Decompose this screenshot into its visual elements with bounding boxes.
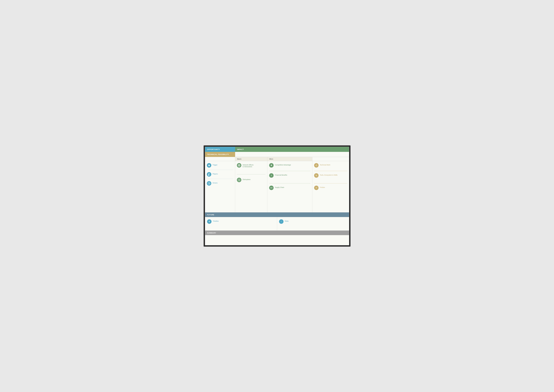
network-effects-label: Network Effects& Interactions xyxy=(243,163,254,168)
macro-column: Network Effects& Interactions Distruptee… xyxy=(235,161,267,212)
subheader-empty-opportunity xyxy=(205,157,235,161)
subheader-row: Macro Micro xyxy=(205,157,349,161)
svg-point-16 xyxy=(317,176,317,176)
subheader-macro: Macro xyxy=(235,157,267,161)
svg-point-15 xyxy=(316,175,316,175)
competitive-advantage-label: Competitive Advantage xyxy=(275,163,291,166)
board: OPPORTUNITY IMPACT TECHNICAL FEASIBILITY… xyxy=(205,147,349,245)
svg-point-6 xyxy=(238,179,240,181)
header-opportunity: OPPORTUNITY xyxy=(205,147,235,152)
micro-column: Competitive Advantage $ Financial Benefi… xyxy=(267,161,312,212)
header-impact: IMPACT xyxy=(235,147,349,152)
summary-header: SUMMARY xyxy=(205,231,349,235)
competitive-advantage-icon xyxy=(269,163,274,168)
item-friction[interactable]: Friction xyxy=(314,186,347,192)
friction-icon xyxy=(314,186,319,190)
network-effects-icon xyxy=(237,163,241,168)
item-risks[interactable]: i Risks xyxy=(279,219,347,226)
svg-text:i: i xyxy=(281,221,281,222)
item-players[interactable]: Players xyxy=(207,172,233,179)
supply-chain-label: Supply Chain xyxy=(275,186,284,188)
svg-point-5 xyxy=(239,165,239,165)
distruptees-label: Distruptees xyxy=(243,178,250,180)
svg-point-11 xyxy=(272,188,272,188)
players-icon xyxy=(207,172,211,177)
tools-ecosystem-icon xyxy=(314,173,319,178)
timeline-icon xyxy=(207,219,212,224)
future-timeline-col: Timeline xyxy=(205,217,277,231)
technical-merit-label: Technical Merit xyxy=(320,163,330,166)
item-competitive-advantage[interactable]: Competitive Advantage xyxy=(269,163,311,171)
item-network-effects[interactable]: Network Effects& Interactions xyxy=(237,163,265,174)
future-header: FUTURE xyxy=(205,212,349,217)
drivers-label: Drivers xyxy=(213,181,218,184)
subheader-micro: Micro xyxy=(267,157,312,161)
distruptees-icon xyxy=(237,178,241,182)
item-trigger[interactable]: Trigger xyxy=(207,163,233,170)
frame: OPPORTUNITY IMPACT TECHNICAL FEASIBILITY… xyxy=(204,145,351,247)
svg-text:$: $ xyxy=(271,175,272,176)
item-technical-merit[interactable]: Technical Merit xyxy=(314,163,347,171)
svg-point-1 xyxy=(209,174,210,174)
financial-benefits-icon: $ xyxy=(269,173,274,178)
future-content: Timeline i Risks xyxy=(205,217,349,231)
technical-merit-icon xyxy=(314,163,319,168)
svg-point-0 xyxy=(208,173,209,174)
timeline-label: Timeline xyxy=(213,219,219,222)
players-label: Players xyxy=(213,172,218,175)
financial-benefits-label: Financial Benefits xyxy=(275,173,287,176)
svg-point-10 xyxy=(270,188,271,188)
friction-label: Friction xyxy=(320,186,325,188)
future-risks-col: i Risks xyxy=(277,217,349,231)
header-row: OPPORTUNITY IMPACT TECHNICAL FEASIBILITY xyxy=(205,147,349,157)
subheader-empty-technical xyxy=(312,157,349,161)
svg-point-12 xyxy=(315,164,318,167)
risks-icon: i xyxy=(279,219,284,224)
item-timeline[interactable]: Timeline xyxy=(207,219,275,226)
item-financial-benefits[interactable]: $ Financial Benefits xyxy=(269,173,311,183)
item-supply-chain[interactable]: Supply Chain xyxy=(269,186,311,192)
supply-chain-icon xyxy=(269,186,274,190)
trigger-label: Trigger xyxy=(213,163,218,166)
item-drivers[interactable]: Drivers xyxy=(207,181,233,188)
item-tools-ecosystem[interactable]: Tools, Ecosystem & Skills xyxy=(314,173,347,183)
main-content: Trigger Players xyxy=(205,161,349,212)
item-distruptees[interactable]: Distruptees xyxy=(237,178,265,184)
risks-label: Risks xyxy=(285,219,289,222)
opportunity-column: Trigger Players xyxy=(205,161,235,212)
trigger-icon xyxy=(207,163,211,168)
header-technical: TECHNICAL FEASIBILITY xyxy=(205,152,235,157)
drivers-icon xyxy=(207,181,211,186)
tools-ecosystem-label: Tools, Ecosystem & Skills xyxy=(320,173,338,176)
technical-column: Technical Merit Tools, Ecosystem & Skill… xyxy=(312,161,349,212)
summary-content xyxy=(205,235,349,245)
